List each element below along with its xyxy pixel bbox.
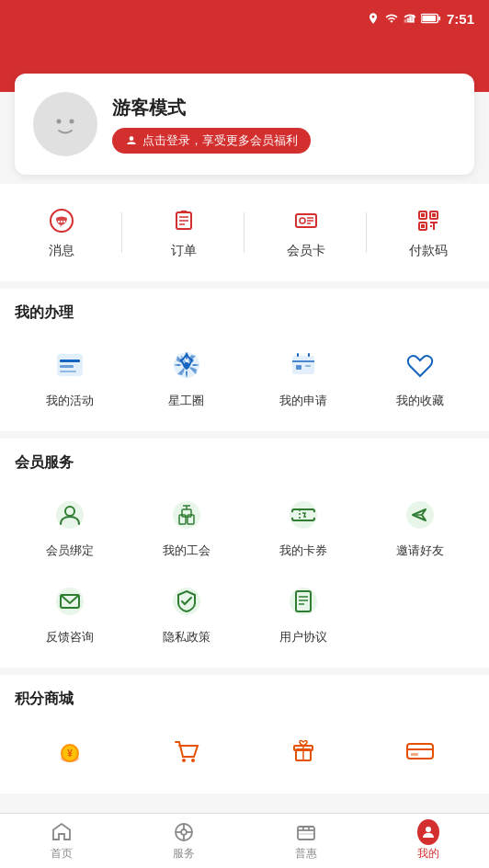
nav-welfare[interactable]: 普惠 (244, 814, 367, 868)
star-circle-icon (166, 345, 207, 385)
svg-rect-36 (60, 371, 76, 372)
agreement-item[interactable]: 用户协议 (248, 574, 358, 653)
svg-rect-34 (60, 360, 80, 362)
member-bind-icon (50, 495, 90, 535)
privacy-item[interactable]: 隐私政策 (131, 574, 241, 653)
svg-rect-1 (406, 17, 408, 22)
time-display: 7:51 (447, 11, 474, 27)
svg-text:¥: ¥ (67, 748, 73, 759)
svg-rect-6 (422, 16, 436, 21)
my-grid: 我的活动 (15, 337, 474, 417)
feedback-item[interactable]: 反馈咨询 (15, 574, 124, 653)
points-coins-item[interactable]: ¥ (15, 724, 124, 779)
agreement-icon (283, 581, 324, 622)
bottom-nav: 首页 服务 普惠 (0, 813, 489, 868)
points-card-item[interactable] (365, 724, 474, 779)
svg-rect-29 (421, 224, 425, 228)
svg-rect-77 (407, 744, 433, 759)
svg-point-7 (42, 101, 88, 147)
login-button[interactable]: 点击登录，享受更多会员福利 (112, 128, 311, 154)
activities-label: 我的活动 (46, 393, 94, 409)
svg-point-73 (191, 759, 195, 762)
invite-friend-item[interactable]: 邀请好友 (365, 487, 474, 566)
mine-icon (417, 821, 439, 843)
points-section-title: 积分商城 (15, 690, 474, 709)
quick-actions: 消息 订单 会员卡 (0, 184, 489, 281)
union-icon (166, 495, 207, 535)
nav-mine[interactable]: 我的 (367, 814, 489, 868)
service-icon (173, 821, 195, 843)
union-label: 我的工会 (163, 542, 210, 559)
member-grid-row1: 会员绑定 我的工会 (15, 487, 474, 566)
member-section-title: 会员服务 (15, 453, 474, 473)
svg-point-56 (312, 512, 317, 518)
message-label: 消息 (49, 243, 74, 259)
home-icon (51, 821, 73, 843)
gift-icon (283, 731, 324, 771)
apply-icon (283, 345, 324, 385)
login-prompt: 点击登录，享受更多会员福利 (142, 132, 298, 149)
quick-action-membercard[interactable]: 会员卡 (244, 199, 367, 267)
apply-label: 我的申请 (279, 393, 327, 409)
star-circle-label: 星工圈 (168, 393, 204, 409)
activities-icon (50, 345, 90, 385)
svg-point-91 (426, 827, 431, 832)
svg-point-10 (130, 136, 134, 141)
message-icon (47, 206, 76, 235)
svg-point-14 (63, 221, 64, 223)
profile-info: 游客模式 点击登录，享受更多会员福利 (112, 96, 311, 154)
nav-mine-label: 我的 (417, 846, 439, 862)
quick-action-order[interactable]: 订单 (122, 199, 244, 267)
agreement-label: 用户协议 (279, 629, 327, 645)
points-gift-item[interactable] (248, 724, 358, 779)
points-grid: ¥ (15, 724, 474, 779)
my-coupon-item[interactable]: 我的卡券 (248, 487, 358, 566)
svg-rect-39 (292, 356, 314, 374)
svg-rect-35 (60, 365, 74, 368)
privacy-icon (166, 581, 207, 622)
my-apply-item[interactable]: 我的申请 (248, 337, 358, 417)
svg-rect-3 (412, 15, 414, 23)
nav-service-label: 服务 (173, 846, 195, 862)
order-icon (169, 206, 199, 235)
quick-action-paycode[interactable]: 付款码 (367, 199, 489, 267)
quick-action-message[interactable]: 消息 (0, 199, 122, 267)
privacy-label: 隐私政策 (163, 629, 210, 645)
invite-label: 邀请好友 (396, 542, 444, 559)
my-union-item[interactable]: 我的工会 (131, 487, 241, 566)
member-bind-item[interactable]: 会员绑定 (15, 487, 124, 566)
paycode-icon (414, 206, 443, 235)
membercard-label: 会员卡 (287, 243, 325, 259)
profile-name: 游客模式 (112, 96, 311, 120)
svg-point-72 (182, 759, 186, 762)
my-activities-item[interactable]: 我的活动 (15, 337, 124, 417)
svg-point-9 (70, 120, 74, 124)
member-bind-label: 会员绑定 (46, 542, 94, 559)
svg-rect-79 (411, 753, 418, 756)
svg-point-8 (57, 120, 62, 124)
my-section-title: 我的办理 (15, 303, 474, 323)
invite-icon (400, 495, 440, 535)
svg-rect-28 (432, 213, 436, 217)
order-label: 订单 (171, 243, 197, 259)
points-cart-item[interactable] (131, 724, 241, 779)
avatar (33, 92, 97, 156)
nav-home[interactable]: 首页 (0, 814, 122, 868)
svg-rect-2 (409, 17, 411, 23)
svg-rect-5 (438, 17, 440, 21)
svg-rect-86 (298, 827, 314, 839)
points-card-icon (400, 731, 440, 771)
feedback-label: 反馈咨询 (46, 629, 94, 645)
empty-slot (365, 574, 474, 653)
my-section: 我的办理 我的活动 (0, 289, 489, 431)
star-circle-item[interactable]: 星工圈 (131, 337, 241, 417)
my-favorite-item[interactable]: 我的收藏 (365, 337, 474, 417)
svg-point-12 (57, 221, 59, 223)
svg-rect-43 (296, 365, 301, 370)
nav-service[interactable]: 服务 (122, 814, 244, 868)
svg-rect-0 (404, 19, 406, 23)
cart-icon (166, 731, 207, 771)
svg-point-20 (300, 218, 305, 223)
svg-rect-27 (421, 213, 425, 217)
member-section: 会员服务 会员绑定 (0, 439, 489, 668)
